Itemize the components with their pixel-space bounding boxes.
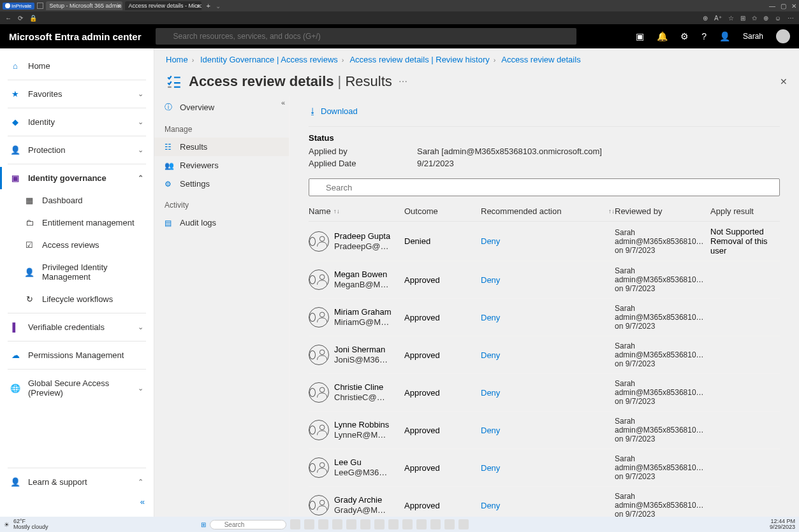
zoom-icon[interactable]: ⊕ <box>703 15 708 22</box>
collections-icon[interactable]: ⊕ <box>763 15 768 22</box>
weather-icon[interactable]: ☀ <box>4 521 10 528</box>
taskbar-app-icon[interactable] <box>318 519 328 529</box>
taskbar-app-icon[interactable] <box>430 519 441 529</box>
breadcrumb-current[interactable]: Access review details <box>501 55 580 64</box>
weather-widget[interactable]: 62°FMostly cloudy <box>13 519 48 530</box>
subnav-settings[interactable]: ⚙Settings <box>154 175 289 193</box>
table-row[interactable]: Grady ArchieGradyA@M36...ApprovedDenySar… <box>309 487 780 517</box>
taskbar-app-icon[interactable] <box>416 519 427 529</box>
col-reviewed-by[interactable]: Reviewed by <box>615 206 710 216</box>
close-icon[interactable]: × <box>117 2 121 10</box>
col-apply-result[interactable]: Apply result <box>710 206 780 216</box>
recommended-action-link[interactable]: Deny <box>481 501 500 510</box>
table-row[interactable]: Pradeep GuptaPradeepG@M3...DeniedDenySar… <box>309 222 780 261</box>
taskbar-app-icon[interactable] <box>374 519 385 529</box>
star-icon[interactable]: ☆ <box>728 15 734 22</box>
back-icon[interactable]: ← <box>5 15 11 22</box>
sidebar-item-home[interactable]: ⌂Home <box>0 55 154 77</box>
download-button[interactable]: ⭳Download <box>309 103 780 120</box>
sidebar-item-gsa[interactable]: 🌐Global Secure Access (Preview)⌄ <box>0 372 154 404</box>
taskbar-app-icon[interactable] <box>304 519 314 529</box>
breadcrumb-home[interactable]: Home <box>166 55 188 64</box>
taskbar-app-icon[interactable] <box>402 519 413 529</box>
col-outcome[interactable]: Outcome <box>404 206 481 216</box>
sidebar-item-protection[interactable]: 👤Protection⌄ <box>0 139 154 161</box>
breadcrumb-history[interactable]: Access review details | Review history <box>349 55 489 64</box>
recommended-action-link[interactable]: Deny <box>481 275 500 285</box>
help-icon[interactable]: ? <box>701 31 707 41</box>
maximize-icon[interactable]: ▢ <box>781 3 786 10</box>
blade-subnav: « ⓘOverview Manage ☷Results 👥Reviewers ⚙… <box>154 96 290 517</box>
start-button[interactable]: ⊞ <box>201 521 206 528</box>
feedback-icon[interactable]: 👤 <box>719 31 730 41</box>
table-row[interactable]: Miriam GrahamMiriamG@M36...ApprovedDenyS… <box>309 299 780 336</box>
table-row[interactable]: Megan BowenMeganB@M36...ApprovedDenySara… <box>309 261 780 299</box>
taskbar-app-icon[interactable] <box>388 519 399 529</box>
notifications-icon[interactable]: 🔔 <box>657 31 668 41</box>
recommended-action-link[interactable]: Deny <box>481 388 500 398</box>
sort-icon[interactable]: ↑↓ <box>334 208 340 215</box>
sort-icon[interactable]: ↑↓ <box>608 208 615 215</box>
favorites-icon[interactable]: ✩ <box>752 15 757 22</box>
minimize-icon[interactable]: — <box>769 3 775 10</box>
breadcrumb-ig[interactable]: Identity Governance | Access reviews <box>200 55 338 64</box>
avatar[interactable] <box>776 29 790 43</box>
sidebar-item-identity-governance[interactable]: ▣Identity governance⌃ <box>0 167 154 189</box>
close-icon[interactable]: × <box>196 2 200 10</box>
sidebar-item-entitlement[interactable]: 🗀Entitlement management <box>0 212 154 234</box>
results-search-input[interactable] <box>309 178 780 196</box>
read-aloud-icon[interactable]: A⁺ <box>714 15 722 22</box>
sidebar-item-verifiable[interactable]: ▌Verifiable credentials⌄ <box>0 316 154 338</box>
outcome-value: Approved <box>404 388 481 398</box>
subnav-overview[interactable]: ⓘOverview <box>154 97 289 117</box>
new-tab-button[interactable]: + <box>204 2 213 10</box>
close-blade-button[interactable]: ✕ <box>780 76 788 87</box>
recommended-action-link[interactable]: Deny <box>481 350 500 360</box>
subnav-results[interactable]: ☷Results <box>154 138 289 156</box>
table-row[interactable]: Christie ClineChristieC@M3...ApprovedDen… <box>309 374 780 412</box>
sidebar-item-favorites[interactable]: ★Favorites⌄ <box>0 83 154 105</box>
taskbar-app-icon[interactable] <box>360 519 370 529</box>
user-name[interactable]: Sarah <box>743 32 763 41</box>
taskbar-app-icon[interactable] <box>332 519 342 529</box>
sidebar-item-learn[interactable]: 👤Learn & support⌃ <box>0 471 154 493</box>
more-icon[interactable]: ⋯ <box>399 76 407 87</box>
profile-icon[interactable]: ☺ <box>775 15 781 22</box>
browser-tab[interactable]: Setup - Microsoft 365 admin ce…× <box>46 1 122 10</box>
table-row[interactable]: Lee GuLeeG@M365x8...ApprovedDenySarahadm… <box>309 449 780 487</box>
taskbar-app-icon[interactable] <box>346 519 356 529</box>
taskbar-search-input[interactable] <box>210 520 286 529</box>
sidebar-item-dashboard[interactable]: ▦Dashboard <box>0 189 154 212</box>
more-icon[interactable]: ⋯ <box>788 15 794 22</box>
extension-icon[interactable]: ⊞ <box>740 15 745 22</box>
copilot-icon[interactable]: ▣ <box>636 31 644 41</box>
taskbar-app-icon[interactable] <box>444 519 455 529</box>
table-row[interactable]: Lynne RobbinsLynneR@M365...ApprovedDenyS… <box>309 412 780 449</box>
global-search-input[interactable] <box>156 28 576 45</box>
sidebar-item-identity[interactable]: ◆Identity⌄ <box>0 111 154 133</box>
recommended-action-link[interactable]: Deny <box>481 463 500 473</box>
recommended-action-link[interactable]: Deny <box>481 426 500 435</box>
subnav-audit-logs[interactable]: ▤Audit logs <box>154 213 289 232</box>
subnav-reviewers[interactable]: 👥Reviewers <box>154 156 289 175</box>
browser-tab[interactable]: Access review details - Microso…× <box>125 1 202 10</box>
sidebar-item-permissions[interactable]: ☁Permissions Management <box>0 344 154 366</box>
collapse-sidebar-button[interactable]: « <box>0 493 154 510</box>
sidebar-item-lifecycle[interactable]: ↻Lifecycle workflows <box>0 288 154 310</box>
col-name[interactable]: Name↑↓ <box>309 206 404 216</box>
taskbar-clock[interactable]: 12:44 PM9/29/2023 <box>770 519 795 530</box>
taskbar-app-icon[interactable] <box>290 519 300 529</box>
refresh-icon[interactable]: ⟳ <box>18 15 23 22</box>
user-name: Grady Archie <box>334 495 390 505</box>
close-icon[interactable]: ✕ <box>791 3 796 10</box>
table-row[interactable]: Joni ShermanJoniS@M365x...ApprovedDenySa… <box>309 336 780 374</box>
sidebar-item-access-reviews[interactable]: ☑Access reviews <box>0 234 154 256</box>
collapse-subnav-button[interactable]: « <box>281 99 285 106</box>
recommended-action-link[interactable]: Deny <box>481 313 500 322</box>
recommended-action-link[interactable]: Deny <box>481 236 500 246</box>
col-recommended[interactable]: Recommended action↑↓ <box>481 206 615 216</box>
taskbar-app-icon[interactable] <box>458 519 469 529</box>
settings-icon[interactable]: ⚙ <box>680 31 689 41</box>
sidebar-item-pim[interactable]: 👤Privileged Identity Management <box>0 256 154 288</box>
chevron-down-icon: ⌄ <box>138 384 143 392</box>
